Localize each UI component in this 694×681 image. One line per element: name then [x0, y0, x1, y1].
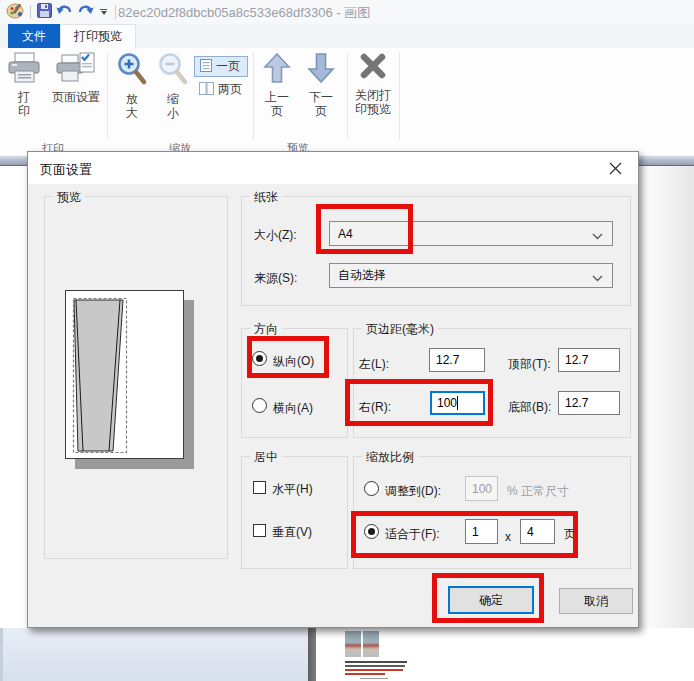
redo-icon[interactable] [77, 3, 94, 21]
prev-page-label: 上一页 [261, 90, 293, 118]
fit-x-label: x [505, 530, 511, 544]
dialog-title-bar: 页面设置 [28, 152, 638, 184]
print-button-label: 打印 [15, 90, 33, 118]
page-text-line [360, 678, 388, 679]
centering-group: 居中 [241, 456, 348, 569]
chevron-down-icon [592, 271, 603, 285]
margins-group-label: 页边距(毫米) [362, 321, 438, 338]
quick-access-toolbar [6, 2, 118, 22]
paper-source-combobox[interactable]: 自动选择 [329, 263, 613, 288]
page-text-line [345, 661, 407, 663]
text-caret [457, 396, 458, 410]
close-preview-label: 关闭打印预览 [351, 88, 395, 116]
fit-cols-field[interactable] [465, 519, 498, 544]
paper-source-label: 来源(S): [254, 270, 297, 287]
orientation-group-label: 方向 [250, 321, 282, 338]
margin-right-label: 右(R): [359, 399, 391, 416]
tab-print-preview[interactable]: 打印预览 [60, 24, 136, 48]
fit-to-radio[interactable] [364, 524, 379, 539]
chevron-down-icon [592, 229, 603, 243]
paper-size-value: A4 [330, 227, 353, 241]
cancel-button[interactable]: 取消 [559, 588, 633, 614]
ribbon-separator [253, 52, 254, 140]
zoom-in-button-label: 放大 [123, 92, 141, 120]
qat-separator [30, 5, 31, 19]
zoom-out-icon [157, 52, 189, 89]
page-text-line [345, 673, 385, 675]
page-text-line [345, 665, 405, 667]
paper-group: 纸张 [241, 196, 631, 306]
vertical-checkbox[interactable] [253, 524, 266, 537]
preview-printed-page [316, 628, 694, 681]
undo-icon[interactable] [56, 3, 73, 21]
page-photo-thumbnail [345, 631, 361, 657]
paper-group-label: 纸张 [250, 189, 282, 206]
preview-page-thumbnail [65, 290, 184, 459]
page-setup-button-label: 页面设置 [52, 90, 100, 104]
preview-group-label: 预览 [53, 189, 85, 206]
preview-page-edge [308, 628, 316, 681]
arrow-down-icon [307, 52, 335, 87]
horizontal-label[interactable]: 水平(H) [272, 481, 313, 498]
preview-pane-background-bottom [0, 628, 308, 681]
ribbon-separator [107, 52, 108, 140]
fit-to-label[interactable]: 适合于(F): [385, 526, 440, 543]
two-pages-button[interactable]: 两页 [194, 79, 248, 100]
one-page-button[interactable]: 一页 [194, 56, 248, 77]
portrait-radio[interactable] [252, 351, 267, 366]
page-setup-icon [56, 52, 96, 87]
paint-logo-icon [6, 2, 24, 22]
ok-button[interactable]: 确定 [448, 586, 534, 614]
horizontal-checkbox[interactable] [253, 481, 266, 494]
window-title: 82ec20d2f8dbcb05a8c533e68df3306 - 画图 [118, 4, 370, 22]
one-page-icon [200, 59, 212, 75]
next-page-button[interactable]: 下一页 [300, 52, 342, 118]
qat-separator-2 [115, 5, 116, 19]
margin-top-label: 顶部(T): [508, 356, 551, 373]
save-icon[interactable] [37, 3, 52, 21]
page-setup-button[interactable]: 页面设置 [46, 52, 106, 104]
fit-rows-field[interactable] [520, 519, 555, 544]
page-photo-thumbnail [363, 631, 379, 657]
margin-bottom-label: 底部(B): [508, 399, 551, 416]
adjust-to-suffix: % 正常尺寸 [507, 483, 569, 500]
margin-left-field[interactable] [429, 348, 485, 372]
scaling-group-label: 缩放比例 [362, 449, 418, 466]
portrait-label[interactable]: 纵向(O) [273, 353, 314, 370]
preview-pane-background-right [639, 166, 694, 628]
scaling-group: 缩放比例 [353, 456, 631, 569]
margin-bottom-field[interactable] [558, 391, 620, 415]
print-button[interactable]: 打印 [4, 52, 44, 118]
paper-source-value: 自动选择 [330, 267, 386, 284]
margin-top-field[interactable] [558, 348, 620, 372]
dialog-close-icon[interactable] [602, 157, 628, 179]
one-page-label: 一页 [216, 58, 240, 75]
adjust-to-field [465, 476, 498, 501]
tab-file[interactable]: 文件 [8, 24, 60, 48]
paper-size-combobox[interactable]: A4 [329, 221, 613, 246]
close-x-icon [359, 52, 387, 85]
close-preview-button[interactable]: 关闭打印预览 [346, 52, 400, 116]
ribbon-tab-strip: 文件 打印预览 [0, 24, 694, 48]
title-bar: 82ec20d2f8dbcb05a8c533e68df3306 - 画图 [0, 0, 694, 24]
landscape-label[interactable]: 横向(A) [273, 400, 313, 417]
customize-toolbar-icon[interactable] [98, 7, 109, 17]
centering-group-label: 居中 [250, 449, 282, 466]
orientation-group: 方向 [241, 328, 348, 438]
prev-page-button[interactable]: 上一页 [256, 52, 298, 118]
vertical-label[interactable]: 垂直(V) [272, 524, 312, 541]
adjust-to-radio[interactable] [364, 481, 379, 496]
paper-size-label: 大小(Z): [254, 227, 297, 244]
ribbon: 打印 页面设置 [0, 48, 694, 157]
adjust-to-label[interactable]: 调整到(D): [385, 483, 441, 500]
page-setup-dialog: 页面设置 预览 纸张 [27, 151, 639, 628]
landscape-radio[interactable] [252, 398, 267, 413]
two-pages-label: 两页 [218, 81, 242, 98]
fit-pages-suffix: 页 [564, 526, 576, 543]
paint-window: 82ec20d2f8dbcb05a8c533e68df3306 - 画图 文件 … [0, 0, 694, 681]
margin-left-label: 左(L): [359, 356, 389, 373]
zoom-in-button[interactable]: 放大 [112, 52, 152, 120]
zoom-out-button[interactable]: 缩小 [154, 52, 192, 120]
next-page-label: 下一页 [305, 90, 337, 118]
two-pages-icon [199, 82, 214, 98]
